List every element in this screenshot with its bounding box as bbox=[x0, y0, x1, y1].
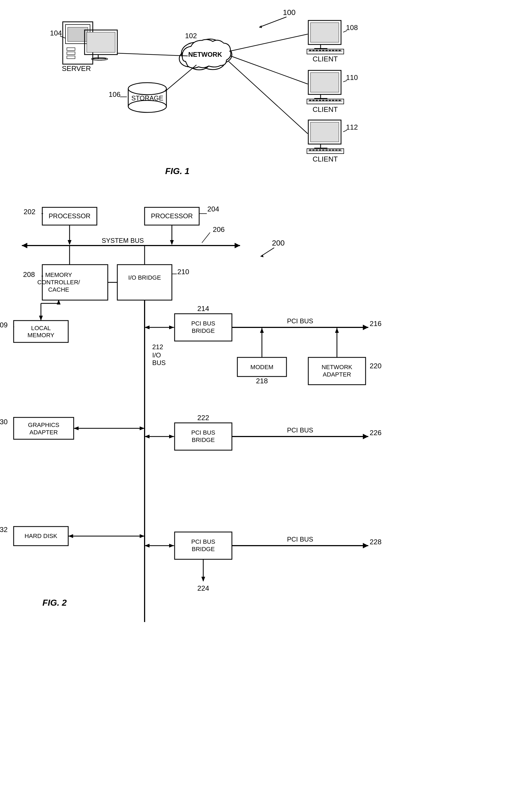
svg-rect-52 bbox=[319, 100, 321, 101]
svg-rect-73 bbox=[329, 149, 331, 151]
ref-102: 102 bbox=[185, 32, 197, 40]
pci-bus2-label: PCI BUS bbox=[287, 426, 313, 434]
svg-rect-67 bbox=[309, 149, 311, 151]
svg-rect-72 bbox=[325, 149, 328, 151]
storage-label: STORAGE bbox=[132, 94, 163, 102]
svg-rect-39 bbox=[335, 50, 338, 51]
svg-marker-96 bbox=[68, 240, 71, 245]
svg-rect-49 bbox=[309, 100, 311, 101]
svg-marker-131 bbox=[363, 434, 368, 439]
svg-marker-112 bbox=[39, 316, 43, 321]
ref-228: 228 bbox=[370, 538, 381, 546]
svg-line-78 bbox=[117, 53, 188, 56]
pci-bridge2-label: PCI BUS bbox=[191, 429, 215, 436]
ref-218: 218 bbox=[256, 377, 268, 385]
ref-104: 104 bbox=[50, 29, 62, 37]
client1-label: CLIENT bbox=[313, 55, 338, 63]
svg-line-79 bbox=[165, 65, 196, 91]
svg-marker-119 bbox=[363, 325, 368, 330]
svg-marker-134 bbox=[140, 426, 145, 430]
diagram-container: SERVER 104 NETWORK 102 STORAGE 106 bbox=[0, 0, 532, 786]
ref-206: 206 bbox=[213, 225, 225, 234]
network-label: NETWORK bbox=[188, 51, 222, 58]
svg-marker-117 bbox=[145, 325, 149, 329]
svg-rect-71 bbox=[322, 149, 324, 151]
svg-rect-68 bbox=[313, 149, 315, 151]
svg-rect-35 bbox=[322, 50, 324, 51]
ref-202: 202 bbox=[24, 208, 36, 216]
processor2-label: PROCESSOR bbox=[151, 212, 193, 219]
svg-rect-31 bbox=[309, 50, 311, 51]
svg-rect-37 bbox=[329, 50, 331, 51]
svg-marker-147 bbox=[68, 534, 73, 538]
ref-200: 200 bbox=[272, 239, 285, 247]
svg-marker-125 bbox=[335, 328, 339, 333]
pci-bus3-label: PCI BUS bbox=[287, 535, 313, 543]
svg-line-83 bbox=[259, 17, 286, 27]
ref-216: 216 bbox=[370, 320, 381, 328]
svg-marker-139 bbox=[145, 544, 149, 548]
svg-rect-56 bbox=[332, 100, 334, 101]
ref-222: 222 bbox=[197, 414, 209, 422]
pci-bridge3-label2: BRIDGE bbox=[192, 546, 215, 552]
svg-rect-25 bbox=[310, 23, 339, 42]
svg-rect-132 bbox=[14, 417, 74, 439]
fig1-title: FIG. 1 bbox=[165, 166, 190, 176]
svg-rect-33 bbox=[316, 50, 318, 51]
svg-rect-50 bbox=[313, 100, 315, 101]
svg-rect-38 bbox=[332, 50, 334, 51]
pci-bus1-label: PCI BUS bbox=[287, 317, 313, 325]
ref-220: 220 bbox=[370, 362, 381, 370]
ref-226: 226 bbox=[370, 429, 381, 437]
svg-rect-75 bbox=[335, 149, 338, 151]
svg-marker-92 bbox=[22, 243, 27, 248]
svg-rect-32 bbox=[313, 50, 315, 51]
svg-line-80 bbox=[229, 34, 308, 51]
system-bus-label: SYSTEM BUS bbox=[102, 237, 144, 244]
graphics-adapter-label: GRAPHICS bbox=[28, 421, 60, 428]
client3-label: CLIENT bbox=[313, 155, 338, 163]
modem-label: MODEM bbox=[251, 364, 273, 370]
svg-rect-76 bbox=[339, 149, 341, 151]
svg-rect-55 bbox=[329, 100, 331, 101]
io-bus-label2: BUS bbox=[152, 359, 166, 366]
io-bus-label: I/O bbox=[152, 351, 161, 359]
graphics-adapter-label2: ADAPTER bbox=[29, 429, 58, 436]
svg-rect-57 bbox=[335, 100, 338, 101]
svg-rect-69 bbox=[316, 149, 318, 151]
memory-controller-label: MEMORY bbox=[45, 272, 72, 278]
svg-marker-141 bbox=[363, 543, 368, 548]
svg-rect-58 bbox=[339, 100, 341, 101]
svg-marker-116 bbox=[169, 325, 174, 329]
svg-marker-129 bbox=[145, 435, 149, 438]
svg-rect-53 bbox=[322, 100, 324, 101]
io-bridge-label: I/O BRIDGE bbox=[128, 274, 161, 281]
ref-230: 230 bbox=[0, 418, 8, 426]
svg-rect-101 bbox=[117, 264, 172, 300]
svg-point-22 bbox=[128, 100, 166, 112]
local-memory-label2: MEMORY bbox=[27, 332, 54, 339]
ref-106: 106 bbox=[109, 90, 120, 98]
svg-rect-70 bbox=[319, 149, 321, 151]
processor1-label: PROCESSOR bbox=[49, 212, 90, 219]
svg-rect-106 bbox=[14, 321, 68, 342]
memory-controller-label3: CACHE bbox=[48, 286, 69, 293]
pci-bridge2-label2: BRIDGE bbox=[192, 437, 215, 443]
server-label: SERVER bbox=[62, 64, 91, 73]
svg-marker-84 bbox=[259, 25, 262, 28]
svg-rect-36 bbox=[325, 50, 328, 51]
svg-marker-146 bbox=[140, 534, 145, 538]
ref-110: 110 bbox=[346, 73, 358, 82]
fig2-title: FIG. 2 bbox=[43, 598, 67, 607]
svg-rect-51 bbox=[316, 100, 318, 101]
hard-disk-label: HARD DISK bbox=[25, 533, 57, 539]
svg-marker-143 bbox=[201, 577, 205, 582]
svg-marker-128 bbox=[169, 435, 174, 438]
svg-marker-122 bbox=[260, 328, 264, 333]
svg-marker-98 bbox=[170, 240, 174, 245]
pci-bridge1-label2: BRIDGE bbox=[192, 327, 215, 334]
svg-rect-40 bbox=[339, 50, 341, 51]
svg-rect-54 bbox=[325, 100, 328, 101]
pci-bridge3-label: PCI BUS bbox=[191, 538, 215, 545]
ref-232: 232 bbox=[0, 526, 8, 534]
